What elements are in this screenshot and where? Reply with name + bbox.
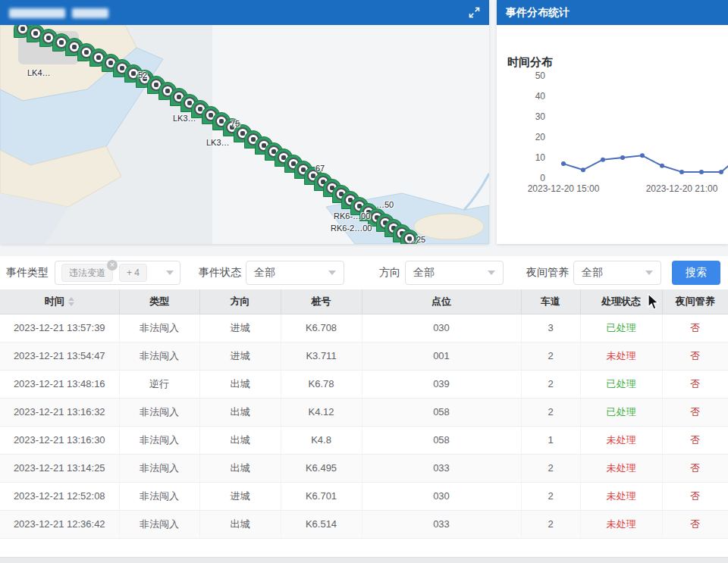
column-header-6: 处理状态 [580, 289, 662, 314]
event-type-select[interactable]: 违法变道+ 4 [55, 261, 180, 285]
cell-time: 2023-12-21 13:16:32 [0, 398, 119, 426]
cell-lane: 2 [521, 482, 580, 510]
map-label: …25 [408, 235, 425, 244]
cell-stake: K6.701 [281, 482, 362, 510]
cell-lane: 2 [521, 370, 580, 398]
cell-type: 非法闯入 [119, 510, 199, 538]
table-row[interactable]: 2023-12-21 13:57:39非法闯入进城K6.7080303已处理否 [0, 314, 728, 342]
sort-caret-icon[interactable] [68, 297, 74, 306]
direction-value: 全部 [413, 266, 435, 280]
map-label: 52 [138, 70, 147, 80]
cell-direction: 进城 [199, 314, 281, 342]
cell-status: 未处理 [580, 454, 662, 482]
cell-type: 非法闯入 [119, 342, 199, 370]
cell-time: 2023-12-21 13:14:25 [0, 454, 119, 482]
event-type-label: 事件类型 [6, 266, 49, 280]
night-care-value: 全部 [582, 266, 603, 280]
cell-point: 030 [362, 482, 521, 510]
stats-body: 时间分布 010203040502023-12-20 15:002023-12-… [497, 25, 728, 244]
cell-time: 2023-12-21 13:16:30 [0, 426, 119, 454]
map-label: …50 [376, 200, 394, 209]
tag-close-icon[interactable] [107, 260, 118, 271]
cell-stake: K6.708 [281, 314, 362, 342]
table-row[interactable]: 2023-12-21 13:14:25非法闯入出城K6.4950332未处理否 [0, 454, 728, 482]
cell-status: 未处理 [580, 426, 662, 454]
cell-point: 001 [362, 342, 521, 370]
stats-panel: 事件分布统计 时间分布 010203040502023-12-20 15:002… [497, 0, 728, 244]
cell-type: 非法闯入 [119, 314, 199, 342]
chevron-down-icon [488, 271, 495, 275]
direction-label: 方向 [379, 266, 400, 280]
cell-stake: K6.495 [281, 454, 362, 482]
svg-text:2023-12-20 21:00: 2023-12-20 21:00 [646, 183, 718, 194]
chevron-down-icon [328, 271, 336, 275]
svg-text:2023-12-20 15:00: 2023-12-20 15:00 [528, 183, 600, 194]
night-care-select[interactable]: 全部 [573, 261, 661, 285]
map-canvas[interactable]: LK4…52LK3…75LK3…67…50RK6-…00RK6-2…00…25 [0, 25, 489, 244]
cell-stake: K4.12 [281, 398, 362, 426]
cell-night: 否 [662, 426, 728, 454]
direction-select[interactable]: 全部 [405, 261, 504, 285]
cell-type: 非法闯入 [119, 398, 199, 426]
table-row[interactable]: 2023-12-21 12:36:42非法闯入出城K6.5140332未处理否 [0, 510, 728, 538]
event-status-select[interactable]: 全部 [246, 261, 344, 285]
events-table: 时间类型方向桩号点位车道处理状态夜间管养 2023-12-21 13:57:39… [0, 289, 728, 539]
cell-lane: 2 [521, 510, 580, 538]
cell-stake: K6.514 [281, 510, 362, 538]
cell-night: 否 [662, 370, 728, 398]
top-panels: LK4…52LK3…75LK3…67…50RK6-…00RK6-2…00…25 … [0, 0, 728, 244]
cell-point: 058 [362, 398, 521, 426]
svg-text:20: 20 [535, 132, 546, 142]
table-row[interactable]: 2023-12-21 13:16:32非法闯入出城K4.120582已处理否 [0, 398, 728, 426]
map-label: 67 [315, 164, 325, 173]
map-panel: LK4…52LK3…75LK3…67…50RK6-…00RK6-2…00…25 [0, 0, 489, 244]
cell-direction: 出城 [199, 454, 281, 482]
cell-status: 已处理 [580, 370, 662, 398]
cell-point: 039 [362, 370, 521, 398]
search-button[interactable]: 搜索 [672, 261, 720, 285]
table-row[interactable]: 2023-12-21 12:52:08非法闯入进城K6.7010302未处理否 [0, 482, 728, 510]
cell-night: 否 [662, 398, 728, 426]
map-panel-header [0, 0, 489, 25]
svg-text:10: 10 [535, 152, 546, 163]
expand-icon[interactable] [469, 7, 480, 18]
chevron-down-icon [645, 271, 653, 275]
filter-tag[interactable]: + 4 [119, 264, 147, 282]
map-label: RK6-2…00 [331, 224, 372, 233]
cell-stake: K6.78 [281, 370, 362, 398]
cell-direction: 出城 [199, 426, 281, 454]
cell-direction: 出城 [199, 370, 281, 398]
cell-stake: K4.8 [281, 426, 362, 454]
cell-status: 未处理 [580, 342, 662, 370]
cell-type: 逆行 [119, 370, 199, 398]
stats-panel-header: 事件分布统计 [497, 0, 728, 25]
cell-point: 030 [362, 314, 521, 342]
cell-lane: 1 [521, 426, 580, 454]
table-body: 2023-12-21 13:57:39非法闯入进城K6.7080303已处理否2… [0, 314, 728, 538]
cell-type: 非法闯入 [119, 482, 199, 510]
cell-type: 非法闯入 [119, 454, 199, 482]
chevron-down-icon [166, 271, 174, 275]
cell-time: 2023-12-21 12:52:08 [0, 482, 119, 510]
column-header-0[interactable]: 时间 [0, 289, 119, 314]
filter-tag[interactable]: 违法变道 [61, 264, 113, 282]
table-header-row: 时间类型方向桩号点位车道处理状态夜间管养 [0, 289, 728, 314]
cell-point: 033 [362, 454, 521, 482]
table-row[interactable]: 2023-12-21 13:48:16逆行出城K6.780392已处理否 [0, 370, 728, 398]
column-header-5: 车道 [521, 289, 580, 314]
map-label: LK4… [27, 68, 51, 77]
event-status-value: 全部 [254, 266, 275, 280]
svg-text:0: 0 [540, 173, 545, 183]
table-row[interactable]: 2023-12-21 13:54:47非法闯入进城K3.7110012未处理否 [0, 342, 728, 370]
svg-text:40: 40 [535, 91, 546, 102]
cell-direction: 出城 [199, 510, 281, 538]
cell-point: 033 [362, 510, 521, 538]
cell-time: 2023-12-21 13:57:39 [0, 314, 119, 342]
svg-text:50: 50 [535, 70, 546, 81]
cell-direction: 进城 [199, 482, 281, 510]
cell-lane: 2 [521, 454, 580, 482]
map-panel-title-redacted [9, 7, 115, 19]
table-row[interactable]: 2023-12-21 13:16:30非法闯入出城K4.80581未处理否 [0, 426, 728, 454]
cell-direction: 出城 [199, 398, 281, 426]
cell-night: 否 [662, 454, 728, 482]
